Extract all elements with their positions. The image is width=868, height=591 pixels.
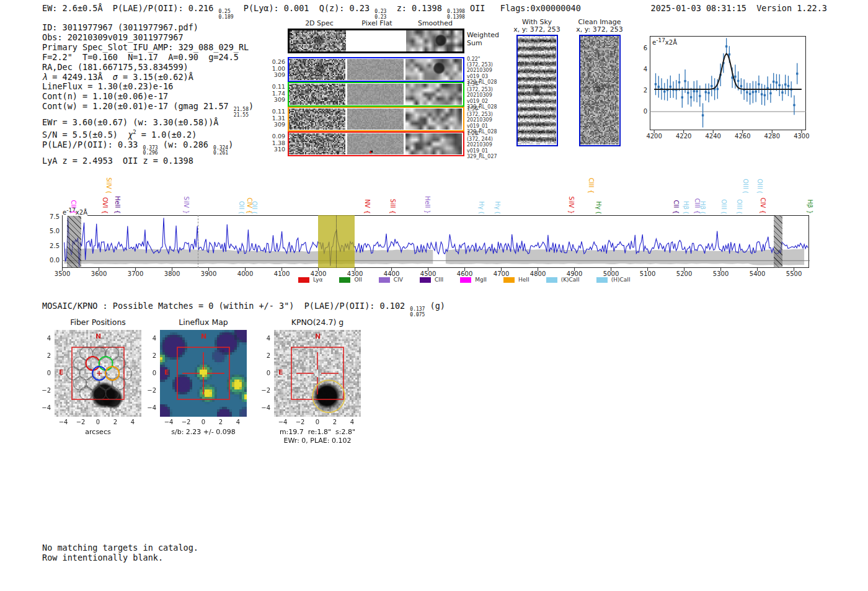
fiber-compass-n: N bbox=[95, 332, 101, 340]
legend-item: (K)CaII bbox=[546, 277, 580, 283]
text-segment: EWr = 3.60(±0.67) (w: 3.30(±0.58))Å bbox=[42, 117, 218, 127]
legend-label: CIII bbox=[435, 277, 443, 283]
with-sky-image-frame bbox=[516, 35, 558, 146]
weight-value: 309 bbox=[264, 72, 285, 79]
stack-lo: 21.55 bbox=[234, 113, 249, 118]
legend-item: Lyα bbox=[298, 277, 322, 283]
emission-line-label: OIII ( bbox=[720, 199, 727, 214]
fiber-info-line: (372, 253) bbox=[467, 112, 497, 117]
stacked-fraction: 0.1370.075 bbox=[410, 307, 425, 318]
inset-xtick-label: 4220 bbox=[676, 133, 691, 140]
info-line: λ = 4249.13Å σ = 3.15(±0.62)Å bbox=[42, 73, 254, 82]
text-segment: P(LAE)/P(OII): 0.33 bbox=[42, 140, 143, 149]
text-segment: (w: 0.286 bbox=[158, 140, 213, 149]
fiber-info-line: (372, 253) bbox=[467, 87, 497, 92]
smoothed-image bbox=[406, 30, 463, 51]
smoothed-image bbox=[405, 109, 462, 130]
emission-line-label: Hβ } bbox=[807, 200, 813, 214]
smoothed-image bbox=[405, 133, 462, 154]
legend-item: CIV bbox=[379, 277, 403, 283]
row-weight-labels: 0.111.74309 bbox=[264, 84, 285, 104]
legend-label: (H)CaII bbox=[611, 277, 631, 283]
fiber-info-line: v019_03 bbox=[467, 74, 497, 79]
text-segment: OII Flags:0x00000040 bbox=[465, 3, 581, 13]
dashed-marker-line bbox=[198, 215, 198, 268]
with-sky-coords: x, y: 372, 253 bbox=[513, 26, 560, 34]
cutout-ytick-label: 4 bbox=[33, 335, 51, 342]
fiber-info-line: 1.34" bbox=[467, 81, 497, 87]
info-line: Cont(w) = 1.20(±0.01)e-17 (gmag 21.57 21… bbox=[42, 102, 254, 118]
kpno-compass-n: N bbox=[315, 332, 321, 340]
info-line: RA,Dec (181.667175,53.834599) bbox=[42, 63, 254, 73]
weighted-label-line2: Sum bbox=[467, 40, 499, 48]
text-segment: LineFlux = 1.30(±0.23)e-16 bbox=[42, 81, 173, 91]
spectrum-ytick-label: 5.0 bbox=[41, 228, 60, 234]
fiber-info-line: v019_02 bbox=[467, 99, 497, 104]
cutout-ytick-label: 2 bbox=[253, 352, 270, 359]
emission-line-label: Hγ ( bbox=[595, 201, 602, 214]
fiber-info-line: 329_RL_027 bbox=[467, 154, 497, 159]
cutout-xtick-label: −2 bbox=[76, 419, 86, 425]
text-segment: = 1.0(±0.2) bbox=[136, 130, 197, 140]
inset-xtick-label: 4260 bbox=[735, 133, 750, 140]
legend-item: HeII bbox=[503, 277, 529, 283]
legend-swatch bbox=[379, 277, 390, 283]
legend-swatch bbox=[420, 277, 431, 283]
text-segment: ) bbox=[249, 101, 254, 111]
info-line: LyA z = 2.4953 OII z = 0.1398 bbox=[42, 156, 254, 166]
spectrum-xtick-label: 5400 bbox=[750, 270, 765, 277]
info-line: Obs: 20210309v019_3011977967 bbox=[42, 33, 254, 43]
cutout-xtick-label: 2 bbox=[219, 419, 223, 425]
elixer-detection-report: EW: 2.6±0.5Å P(LAE)/P(OII): 0.216 0.250.… bbox=[0, 0, 868, 591]
info-line: EWr = 3.60(±0.67) (w: 3.30(±0.58))Å bbox=[42, 118, 254, 128]
twod-fiber-row bbox=[288, 107, 464, 131]
legend-label: MgII bbox=[475, 277, 487, 283]
pixel-flat-image bbox=[347, 84, 404, 105]
lineflux-map-title: Lineflux Map bbox=[179, 318, 228, 327]
legend-swatch bbox=[503, 277, 515, 283]
text-segment: EW: 2.6±0.5Å P(LAE)/P(OII): 0.216 bbox=[42, 3, 218, 13]
weight-value: 310 bbox=[264, 146, 285, 153]
fiber-info-line: (372, 253) bbox=[467, 62, 497, 68]
spectrum-xtick-label: 3900 bbox=[201, 270, 216, 277]
cutout-xtick-label: −2 bbox=[296, 419, 305, 425]
text-segment: P(Lyα): 0.001 Q(z): 0.23 bbox=[234, 3, 375, 13]
text-segment: Obs: 20210309v019_3011977967 bbox=[42, 32, 184, 42]
legend-label: CIV bbox=[394, 277, 403, 283]
cutout-xtick-label: 4 bbox=[236, 419, 240, 425]
with-sky-image bbox=[518, 36, 556, 144]
text-segment: ) bbox=[228, 140, 233, 149]
unit-exp: -17 bbox=[656, 37, 665, 43]
masked-band-left bbox=[67, 215, 81, 268]
info-line: P(LAE)/P(OII): 0.33 0.3730.296 (w: 0.286… bbox=[42, 140, 254, 156]
smoothed-image bbox=[405, 84, 462, 105]
spectrum-xtick-label: 3800 bbox=[164, 270, 180, 277]
inset-ytick-label: 0 bbox=[629, 108, 647, 115]
legend-item: OII bbox=[339, 277, 361, 283]
cutout-xtick-label: 0 bbox=[316, 419, 319, 425]
row-weight-labels: 0.111.31309 bbox=[264, 109, 285, 128]
spectrum-legend: LyαOIICIVCIIIMgIIHeII(K)CaII(H)CaII bbox=[298, 277, 647, 283]
cutout-ytick-label: 0 bbox=[253, 370, 270, 376]
inset-unit-label: e-17x2Å bbox=[652, 37, 677, 46]
emission-line-label: CII { bbox=[70, 200, 77, 214]
clean-image bbox=[580, 36, 619, 144]
text-segment: MOSAIC/KPNO : Possible Matches = 0 (with… bbox=[42, 301, 410, 311]
cutout-xtick-label: 4 bbox=[131, 419, 135, 425]
spectrum-xtick-label: 4100 bbox=[274, 270, 290, 277]
cutout-ytick-label: 2 bbox=[139, 352, 156, 359]
cutout-xtick-label: −2 bbox=[182, 419, 191, 425]
weighted-label-line1: Weighted bbox=[467, 32, 499, 40]
weight-value: 0.11 bbox=[264, 84, 285, 91]
cutout-ytick-label: 4 bbox=[139, 335, 156, 342]
stack-lo: 0.075 bbox=[410, 313, 425, 318]
cutout-ytick-label: 0 bbox=[139, 370, 156, 376]
text-segment: Cont(w) = 1.20(±0.01)e-17 (gmag 21.57 bbox=[42, 101, 234, 111]
detection-center-line bbox=[336, 215, 337, 268]
emission-line-label: OIII ( bbox=[742, 179, 749, 193]
col-header-pixelflat: Pixel Flat bbox=[361, 19, 392, 27]
text-segment: RA,Dec (181.667175,53.834599) bbox=[42, 62, 188, 72]
fiber-xlabel: arcsecs bbox=[85, 428, 110, 436]
emission-line-label: OII ( bbox=[238, 201, 245, 214]
spectrum-plot-canvas bbox=[62, 215, 810, 272]
